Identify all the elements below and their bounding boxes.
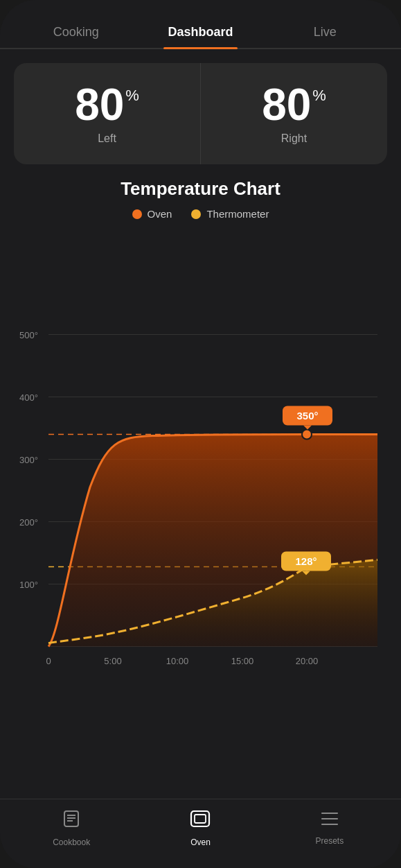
chart-title: Temperature Chart bbox=[0, 178, 401, 200]
tab-live[interactable]: Live bbox=[262, 17, 387, 48]
tab-bar: Cooking Dashboard Live bbox=[0, 0, 401, 48]
svg-rect-31 bbox=[195, 815, 206, 823]
presets-icon bbox=[320, 810, 339, 832]
oven-icon bbox=[190, 809, 211, 833]
svg-text:300°: 300° bbox=[19, 455, 38, 465]
humidity-card-right: 80 % Right bbox=[201, 63, 387, 164]
humidity-value-left: 80 % bbox=[28, 83, 186, 127]
tab-dashboard[interactable]: Dashboard bbox=[139, 17, 263, 48]
svg-text:5:00: 5:00 bbox=[104, 656, 121, 666]
humidity-value-right: 80 % bbox=[215, 83, 373, 127]
svg-rect-26 bbox=[64, 811, 78, 826]
svg-point-18 bbox=[302, 430, 312, 440]
humidity-label-right: Right bbox=[215, 132, 373, 145]
svg-text:20:00: 20:00 bbox=[296, 656, 319, 666]
chart-container: 500° 400° 300° 200° 100° bbox=[0, 231, 401, 799]
humidity-section: 80 % Left 80 % Right bbox=[14, 63, 387, 164]
svg-text:10:00: 10:00 bbox=[166, 656, 189, 666]
nav-cookbook[interactable]: Cookbook bbox=[7, 809, 136, 847]
legend-oven-dot bbox=[132, 209, 142, 219]
cookbook-icon bbox=[62, 809, 81, 833]
svg-text:15:00: 15:00 bbox=[231, 656, 254, 666]
svg-text:350°: 350° bbox=[296, 410, 318, 422]
svg-text:400°: 400° bbox=[19, 392, 38, 403]
svg-rect-30 bbox=[191, 811, 209, 826]
svg-text:128°: 128° bbox=[295, 555, 317, 567]
chart-section: Temperature Chart Oven Thermometer 500° bbox=[0, 171, 401, 799]
legend-thermo-dot bbox=[191, 209, 201, 219]
legend-thermo: Thermometer bbox=[191, 208, 269, 220]
nav-cookbook-label: Cookbook bbox=[53, 837, 90, 847]
svg-marker-21 bbox=[303, 426, 312, 430]
nav-oven[interactable]: Oven bbox=[136, 809, 265, 847]
nav-presets-label: Presets bbox=[315, 836, 344, 846]
humidity-label-left: Left bbox=[28, 132, 186, 145]
nav-presets[interactable]: Presets bbox=[265, 810, 394, 846]
svg-text:100°: 100° bbox=[19, 580, 38, 590]
chart-svg: 500° 400° 300° 200° 100° bbox=[0, 231, 401, 799]
tab-cooking[interactable]: Cooking bbox=[14, 17, 139, 48]
humidity-card-left: 80 % Left bbox=[14, 63, 201, 164]
svg-text:200°: 200° bbox=[19, 517, 38, 528]
chart-legend: Oven Thermometer bbox=[0, 208, 401, 220]
legend-oven: Oven bbox=[132, 208, 172, 220]
bottom-nav: Cookbook Oven Presets bbox=[0, 799, 401, 868]
svg-text:500°: 500° bbox=[19, 330, 38, 340]
svg-text:0: 0 bbox=[46, 656, 51, 666]
nav-oven-label: Oven bbox=[190, 837, 211, 847]
